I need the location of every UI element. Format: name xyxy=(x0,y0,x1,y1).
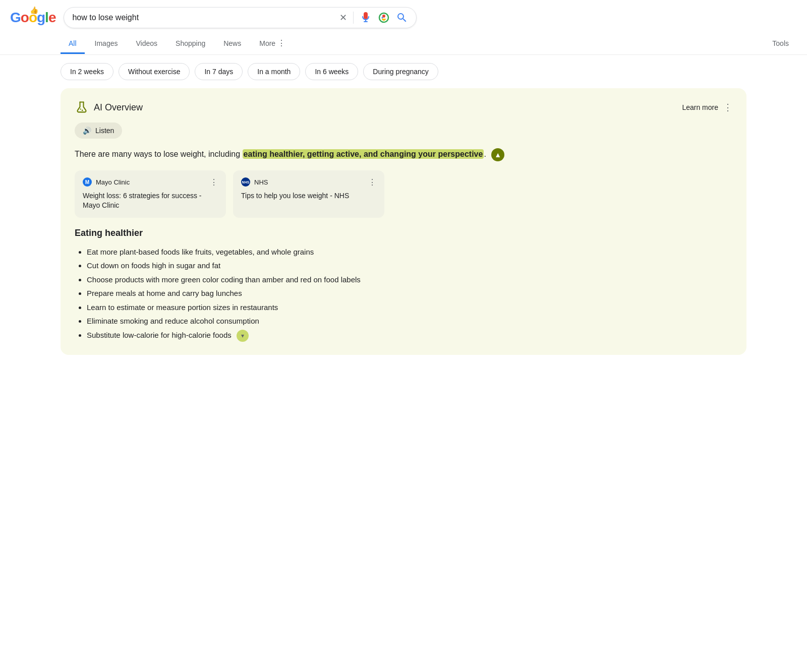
main-content: AI Overview Learn more ⋮ 🔊 Listen There … xyxy=(0,88,807,355)
source-card-mayo-header: M Mayo Clinic ⋮ xyxy=(83,177,218,187)
svg-point-4 xyxy=(80,108,81,109)
nhs-source-name: NHS xyxy=(254,178,268,186)
logo-e: e xyxy=(48,11,56,25)
source-card-nhs[interactable]: NHS NHS ⋮ Tips to help you lose weight -… xyxy=(233,170,384,218)
logo-thumb-emoji: 👍 xyxy=(30,7,38,14)
tab-news[interactable]: News xyxy=(215,34,249,54)
bullet-item-6: Eliminate smoking and reduce alcohol con… xyxy=(87,315,732,328)
listen-button[interactable]: 🔊 Listen xyxy=(75,123,122,139)
ai-text-highlight: eating healthier, getting active, and ch… xyxy=(243,149,484,159)
more-dots-icon: ⋮ xyxy=(277,38,285,48)
logo-g2: g xyxy=(37,11,45,25)
eating-healthier-list: Eat more plant-based foods like fruits, … xyxy=(75,246,732,342)
ai-text-after: . xyxy=(484,150,486,158)
header: G o o 👍 g l e how to lose weight ✕ xyxy=(0,0,807,33)
source-card-nhs-header: NHS NHS ⋮ xyxy=(241,177,376,187)
logo-g: G xyxy=(10,11,21,25)
nhs-favicon: NHS xyxy=(241,177,250,187)
ai-flask-icon xyxy=(75,100,89,114)
svg-point-5 xyxy=(82,109,83,111)
ai-overview-title: AI Overview xyxy=(75,100,143,114)
voice-search-button[interactable] xyxy=(360,12,372,24)
bullet-item-7-text: Substitute low-calorie for high-calorie … xyxy=(87,331,232,339)
ai-overview-header: AI Overview Learn more ⋮ xyxy=(75,100,732,114)
chevron-up-icon: ▲ xyxy=(494,151,501,159)
bullet-item-4: Prepare meals at home and carry bag lunc… xyxy=(87,287,732,300)
nhs-card-more-icon[interactable]: ⋮ xyxy=(368,177,376,187)
ai-text-before: There are many ways to lose weight, incl… xyxy=(75,150,243,158)
nhs-source-title: Tips to help you lose weight - NHS xyxy=(241,191,376,201)
mayo-card-more-icon[interactable]: ⋮ xyxy=(210,177,218,187)
search-input[interactable]: how to lose weight xyxy=(72,13,334,22)
search-button[interactable] xyxy=(396,12,408,24)
suggestion-in-6-weeks[interactable]: In 6 weeks xyxy=(305,63,358,80)
listen-label: Listen xyxy=(95,127,114,135)
svg-point-2 xyxy=(382,17,383,19)
tab-videos[interactable]: Videos xyxy=(128,34,165,54)
chevron-down-icon: ▾ xyxy=(241,332,244,339)
eating-healthier-title: Eating healthier xyxy=(75,228,732,238)
nav-tabs: All Images Videos Shopping News More ⋮ T… xyxy=(0,33,807,55)
bullet-item-5: Learn to estimate or measure portion siz… xyxy=(87,301,732,314)
search-bar: how to lose weight ✕ xyxy=(64,7,417,28)
logo-thumb-container: o 👍 xyxy=(29,11,37,25)
source-cards: M Mayo Clinic ⋮ Weight loss: 6 strategie… xyxy=(75,170,732,218)
collapse-button[interactable]: ▲ xyxy=(491,148,504,161)
ai-overview-text: There are many ways to lose weight, incl… xyxy=(75,148,732,161)
listen-speaker-icon: 🔊 xyxy=(83,127,91,135)
ai-overview-label: AI Overview xyxy=(94,102,143,113)
bullet-item-3: Choose products with more green color co… xyxy=(87,273,732,286)
mayo-source-name: Mayo Clinic xyxy=(96,178,130,186)
mayo-source-info: M Mayo Clinic xyxy=(83,177,130,187)
mayo-favicon: M xyxy=(83,177,92,187)
bullet-item-7: Substitute low-calorie for high-calorie … xyxy=(87,329,732,342)
close-icon: ✕ xyxy=(339,12,347,23)
nhs-source-info: NHS NHS xyxy=(241,177,268,187)
bullet-item-2: Cut down on foods high in sugar and fat xyxy=(87,259,732,272)
clear-button[interactable]: ✕ xyxy=(339,12,347,23)
search-icon xyxy=(396,12,408,24)
tab-shopping[interactable]: Shopping xyxy=(167,34,213,54)
learn-more-button[interactable]: Learn more xyxy=(682,103,718,111)
tab-all[interactable]: All xyxy=(61,34,85,54)
more-options-icon[interactable]: ⋮ xyxy=(723,102,732,113)
suggestion-in-a-month[interactable]: In a month xyxy=(248,63,300,80)
tools-button[interactable]: Tools xyxy=(764,34,797,54)
tools-container: Tools xyxy=(764,34,807,54)
mayo-source-title: Weight loss: 6 strategies for success - … xyxy=(83,191,218,211)
logo-l: l xyxy=(45,11,48,25)
search-icon-group: ✕ xyxy=(339,12,408,24)
lens-icon xyxy=(378,12,390,24)
suggestion-in-2-weeks[interactable]: In 2 weeks xyxy=(61,63,113,80)
google-logo[interactable]: G o o 👍 g l e xyxy=(10,11,55,25)
expand-more-button[interactable]: ▾ xyxy=(237,330,249,342)
suggestion-without-exercise[interactable]: Without exercise xyxy=(119,63,190,80)
ai-overview-box: AI Overview Learn more ⋮ 🔊 Listen There … xyxy=(61,88,746,355)
mic-icon xyxy=(360,12,372,24)
ai-header-right: Learn more ⋮ xyxy=(682,102,732,113)
suggestion-during-pregnancy[interactable]: During pregnancy xyxy=(363,63,438,80)
more-label: More xyxy=(259,39,275,47)
suggestion-in-7-days[interactable]: In 7 days xyxy=(195,63,243,80)
tab-more[interactable]: More ⋮ xyxy=(251,33,294,54)
suggestions-bar: In 2 weeks Without exercise In 7 days In… xyxy=(0,55,807,88)
lens-button[interactable] xyxy=(378,12,390,24)
source-card-mayo[interactable]: M Mayo Clinic ⋮ Weight loss: 6 strategie… xyxy=(75,170,226,218)
tab-images[interactable]: Images xyxy=(87,34,126,54)
search-divider xyxy=(353,12,354,24)
bullet-item-1: Eat more plant-based foods like fruits, … xyxy=(87,246,732,259)
logo-o1: o xyxy=(21,11,29,25)
